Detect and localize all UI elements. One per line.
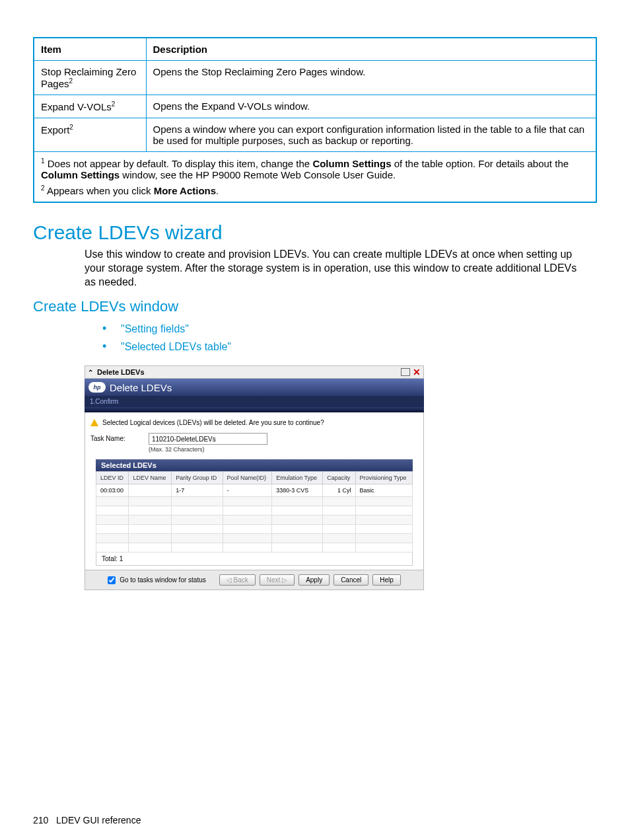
maximize-icon[interactable] xyxy=(401,368,410,376)
th-item: Item xyxy=(34,38,146,61)
table-row: Stop Reclaiming Zero Pages2 Opens the St… xyxy=(34,61,596,95)
grid-row[interactable]: 00:03:00 1-7 - 3380-3 CVS 1 Cyl Basic xyxy=(96,484,413,497)
item-description-table: Item Description Stop Reclaiming Zero Pa… xyxy=(33,37,597,203)
link-setting-fields[interactable]: "Setting fields" xyxy=(121,323,189,334)
task-name-hint: (Max. 32 Characters) xyxy=(149,446,267,453)
bullet-icon: • xyxy=(102,322,121,336)
footnotes-row: 1 Does not appear by default. To display… xyxy=(34,152,596,203)
help-button[interactable]: Help xyxy=(372,574,401,586)
wizard-description: Use this window to create and provision … xyxy=(85,248,590,289)
warning-row: Selected Logical devices (LDEVs) will be… xyxy=(90,419,418,426)
apply-button[interactable]: Apply xyxy=(298,574,330,586)
next-button[interactable]: Next ▷ xyxy=(260,574,295,586)
page-footer: 210 LDEV GUI reference xyxy=(33,815,597,839)
page-number: 210 xyxy=(33,815,48,825)
table-row: Export2 Opens a window where you can exp… xyxy=(34,118,596,152)
dialog-header: hp Delete LDEVs xyxy=(85,379,424,396)
dialog-title: Delete LDEVs xyxy=(110,382,172,393)
delete-ldevs-dialog: ⌃ Delete LDEVs ✕ hp Delete LDEVs 1.Confi… xyxy=(85,365,424,590)
step-indicator: 1.Confirm xyxy=(85,396,424,407)
link-selected-ldevs-table[interactable]: "Selected LDEVs table" xyxy=(121,341,231,352)
close-icon[interactable]: ✕ xyxy=(413,367,421,377)
page-section-label: LDEV GUI reference xyxy=(56,815,141,825)
back-button[interactable]: ◁ Back xyxy=(219,574,256,586)
table-row: Expand V-VOLs2 Opens the Expand V-VOLs w… xyxy=(34,95,596,118)
dialog-titlebar[interactable]: ⌃ Delete LDEVs ✕ xyxy=(85,365,424,379)
titlebar-text: Delete LDEVs xyxy=(97,368,145,376)
collapse-icon[interactable]: ⌃ xyxy=(88,369,93,376)
dialog-footer: Go to tasks window for status ◁ Back Nex… xyxy=(85,570,424,590)
heading-create-ldevs-wizard: Create LDEVs wizard xyxy=(33,221,597,244)
grid-total: Total: 1 xyxy=(96,553,413,566)
list-item: •"Setting fields" xyxy=(102,322,597,336)
selected-ldevs-title: Selected LDEVs xyxy=(96,459,413,471)
warning-icon xyxy=(90,419,98,426)
task-name-input[interactable] xyxy=(149,433,267,445)
heading-create-ldevs-window: Create LDEVs window xyxy=(33,298,597,315)
th-description: Description xyxy=(146,38,596,61)
warning-text: Selected Logical devices (LDEVs) will be… xyxy=(102,419,324,426)
cancel-button[interactable]: Cancel xyxy=(333,574,368,586)
go-to-tasks-checkbox[interactable] xyxy=(108,576,116,584)
task-name-label: Task Name: xyxy=(90,433,149,442)
hp-logo-icon: hp xyxy=(88,382,106,393)
selected-ldevs-grid: LDEV ID LDEV Name Parity Group ID Pool N… xyxy=(96,471,413,553)
list-item: •"Selected LDEVs table" xyxy=(102,340,597,354)
go-to-tasks-label: Go to tasks window for status xyxy=(120,576,206,584)
bullet-icon: • xyxy=(102,340,121,354)
